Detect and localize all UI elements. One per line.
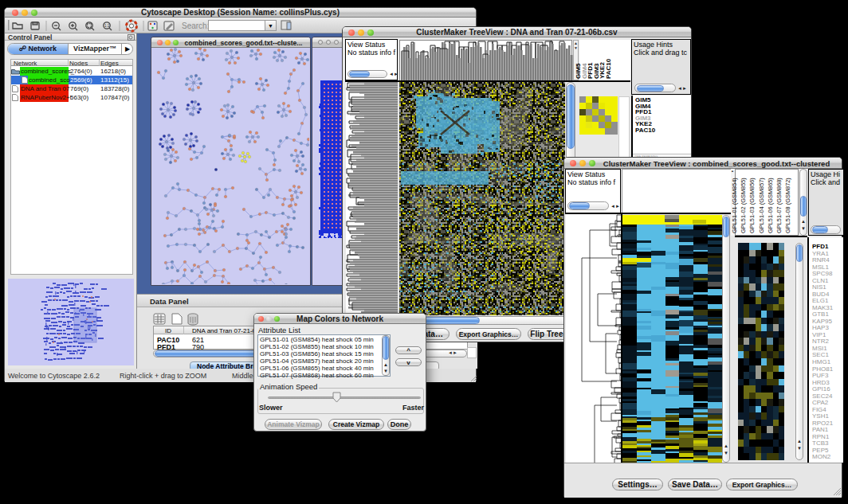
svg-text:1:1: 1:1 (104, 24, 110, 28)
